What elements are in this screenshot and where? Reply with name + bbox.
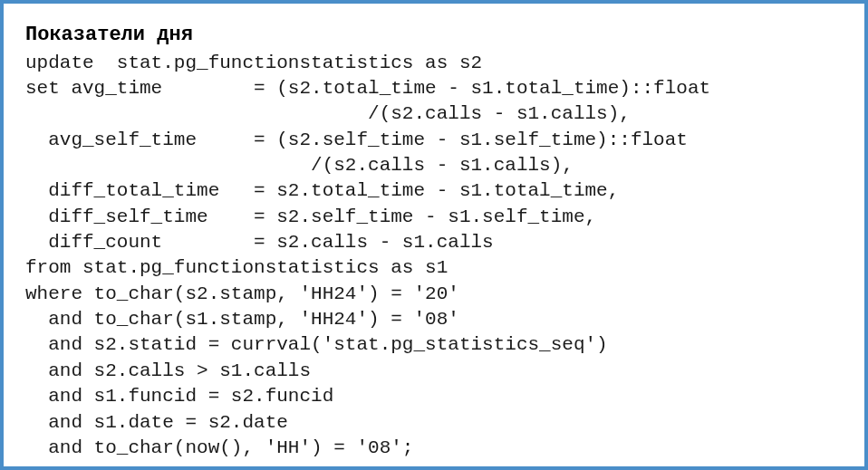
sql-code-block: update stat.pg_functionstatistics as s2s… bbox=[25, 51, 843, 462]
code-line: from stat.pg_functionstatistics as s1 bbox=[25, 255, 843, 281]
code-line: diff_count = s2.calls - s1.calls bbox=[25, 230, 843, 255]
code-line: /(s2.calls - s1.calls), bbox=[25, 153, 843, 178]
code-line: set avg_time = (s2.total_time - s1.total… bbox=[25, 76, 843, 101]
code-line: diff_total_time = s2.total_time - s1.tot… bbox=[25, 178, 843, 204]
section-heading: Показатели дня bbox=[25, 22, 843, 49]
code-line: and s2.statid = currval('stat.pg_statist… bbox=[25, 332, 843, 358]
code-line: and to_char(s1.stamp, 'HH24') = '08' bbox=[25, 307, 843, 332]
code-line: and to_char(now(), 'HH') = '08'; bbox=[25, 436, 843, 461]
code-line: where to_char(s2.stamp, 'HH24') = '20' bbox=[25, 282, 843, 307]
code-line: and s1.date = s2.date bbox=[25, 410, 843, 436]
code-line: avg_self_time = (s2.self_time - s1.self_… bbox=[25, 128, 843, 153]
code-line: /(s2.calls - s1.calls), bbox=[25, 101, 843, 127]
code-line: and s1.funcid = s2.funcid bbox=[25, 384, 843, 409]
code-line: and s2.calls > s1.calls bbox=[25, 359, 843, 384]
code-line: update stat.pg_functionstatistics as s2 bbox=[25, 51, 843, 76]
code-line: diff_self_time = s2.self_time - s1.self_… bbox=[25, 205, 843, 230]
